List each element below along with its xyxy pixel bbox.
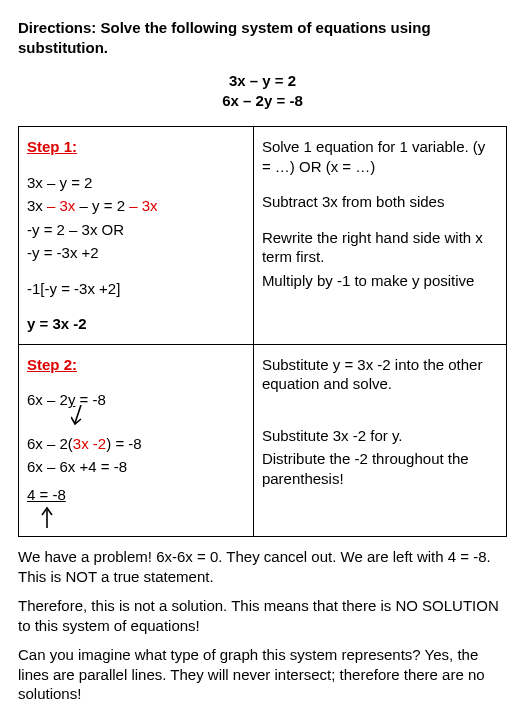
step1-explain4: Multiply by -1 to make y positive [262, 271, 498, 291]
step2-explain3: Distribute the -2 throughout the parenth… [262, 449, 498, 488]
conclusion-p3: Can you imagine what type of graph this … [18, 645, 507, 704]
step1-work-cell: Step 1: 3x – y = 2 3x – 3x – y = 2 – 3x … [19, 127, 254, 345]
step2-work-cell: Step 2: 6x – 2y = -8 6x – 2(3x -2) = -8 … [19, 344, 254, 537]
step1-explain-cell: Solve 1 equation for 1 variable. (y = …)… [253, 127, 506, 345]
step1-line5: -1[-y = -3x +2] [27, 279, 245, 299]
step2-line4: 4 = -8 [27, 485, 66, 505]
conclusion-p2: Therefore, this is not a solution. This … [18, 596, 507, 635]
arrow-up-icon [33, 506, 63, 530]
conclusion-section: We have a problem! 6x-6x = 0. They cance… [18, 547, 507, 713]
step2-line1: 6x – 2y = -8 [27, 390, 245, 410]
step1-explain2: Subtract 3x from both sides [262, 192, 498, 212]
step2-explain1: Substitute y = 3x -2 into the other equa… [262, 355, 498, 394]
step2-explain-cell: Substitute y = 3x -2 into the other equa… [253, 344, 506, 537]
step2-line3: 6x – 6x +4 = -8 [27, 457, 245, 477]
solution-table: Step 1: 3x – y = 2 3x – 3x – y = 2 – 3x … [18, 126, 507, 537]
step1-explain1: Solve 1 equation for 1 variable. (y = …)… [262, 137, 498, 176]
step1-line2: 3x – 3x – y = 2 – 3x [27, 196, 245, 216]
step1-explain3: Rewrite the right hand side with x term … [262, 228, 498, 267]
step1-result: y = 3x -2 [27, 314, 245, 334]
step1-line4: -y = -3x +2 [27, 243, 245, 263]
step1-line3: -y = 2 – 3x OR [27, 220, 245, 240]
step1-label: Step 1: [27, 138, 77, 155]
step2-label: Step 2: [27, 356, 77, 373]
equation-2: 6x – 2y = -8 [18, 91, 507, 111]
conclusion-p1: We have a problem! 6x-6x = 0. They cance… [18, 547, 507, 586]
system-equations: 3x – y = 2 6x – 2y = -8 [18, 71, 507, 110]
step1-line1: 3x – y = 2 [27, 173, 245, 193]
arrow-down-icon [71, 405, 101, 429]
step2-explain2: Substitute 3x -2 for y. [262, 426, 498, 446]
equation-1: 3x – y = 2 [18, 71, 507, 91]
step2-line2: 6x – 2(3x -2) = -8 [27, 434, 245, 454]
directions-heading: Directions: Solve the following system o… [18, 18, 507, 57]
